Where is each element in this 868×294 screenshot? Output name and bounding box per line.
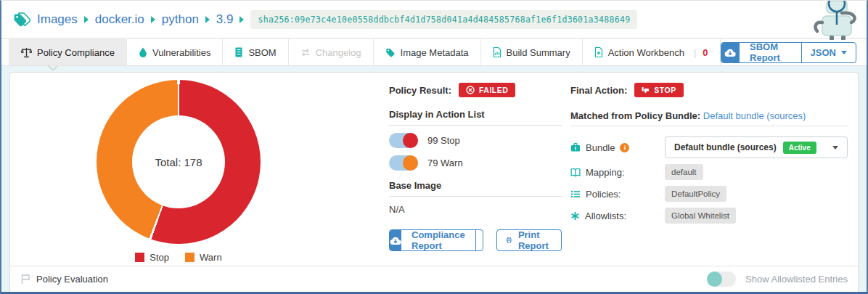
- compliance-report-button-group: Compliance Report JSON: [389, 229, 483, 251]
- final-action-row: Final Action: STOP: [570, 83, 848, 97]
- policy-compliance-card: Total: 178 Stop Warn Policy: [9, 72, 859, 293]
- legend-item-stop[interactable]: Stop: [135, 252, 169, 263]
- stop-toggle-row: 99 Stop: [389, 132, 562, 148]
- mapping-row: Mapping: default: [570, 164, 848, 180]
- header-actions: SBOM Report JSON: [721, 39, 867, 65]
- tab-action-workbench[interactable]: Action Workbench | 0: [583, 39, 721, 65]
- cloud-download-icon: [390, 236, 401, 245]
- mapping-label-group: Mapping:: [570, 167, 665, 178]
- bundle-label: Bundle: [586, 142, 615, 153]
- policies-value-badge: DefaultPolicy: [665, 186, 726, 202]
- allowlists-value-badge: Global Whitelist: [665, 208, 736, 224]
- tab-sbom[interactable]: SBOM: [223, 39, 288, 65]
- tag-icon: [385, 47, 396, 57]
- flag-icon: [20, 274, 30, 285]
- sbom-json-label: JSON: [811, 47, 836, 58]
- mapping-label: Mapping:: [586, 167, 624, 178]
- content-area: Total: 178 Stop Warn Policy: [1, 66, 867, 293]
- open-book-icon: [570, 168, 581, 177]
- tab-label: Action Workbench: [608, 47, 684, 58]
- breadcrumb-arrow-icon: [151, 16, 155, 23]
- warn-toggle[interactable]: [389, 155, 418, 171]
- matched-bundle-label: Matched from Policy Bundle:: [570, 110, 700, 121]
- cloud-download-icon: [724, 48, 736, 57]
- robot-mascot-icon: [811, 1, 859, 40]
- info-icon[interactable]: i: [620, 143, 629, 152]
- breadcrumb-tag[interactable]: 3.9: [216, 12, 234, 27]
- policy-evaluation-footer: Policy Evaluation Show Allowlisted Entri…: [20, 271, 848, 287]
- warn-toggle-row: 79 Warn: [389, 155, 562, 171]
- allowlists-row: Allowlists: Global Whitelist: [570, 208, 848, 224]
- app-window: Images docker.io python 3.9 sha256:09e73…: [0, 0, 868, 294]
- breadcrumb-arrow-icon: [239, 16, 244, 23]
- tab-vulnerabilities[interactable]: Vulnerabilities: [127, 39, 223, 65]
- sbom-json-dropdown[interactable]: JSON: [801, 43, 856, 62]
- circle-x-icon: [466, 86, 475, 94]
- action-list-title: Display in Action List: [389, 109, 562, 120]
- page-action-icon: [594, 47, 603, 57]
- tab-label: Build Summary: [507, 47, 570, 58]
- compliance-json-dropdown[interactable]: JSON: [475, 230, 483, 250]
- matched-bundle-link[interactable]: Default bundle (sources): [703, 110, 806, 121]
- print-report-label: Print Report: [518, 229, 552, 251]
- donut-chart[interactable]: Total: 178: [97, 80, 261, 244]
- tab-bar: Policy Compliance Vulnerabilities SBOM C…: [1, 38, 867, 66]
- policy-result-column: Policy Result: FAILED Display in Action …: [389, 83, 562, 251]
- breadcrumb-arrow-icon: [205, 16, 210, 23]
- image-digest-badge: sha256:09e73c4e10e0558ddbcbf4d1d758d041a…: [250, 10, 637, 29]
- print-report-button[interactable]: Print Report: [496, 229, 562, 251]
- compliance-report-button[interactable]: Compliance Report: [401, 230, 475, 250]
- chevron-down-icon: [832, 146, 838, 150]
- tags-icon: [12, 11, 30, 28]
- report-buttons-row: Compliance Report JSON Print Report: [389, 229, 562, 251]
- matched-bundle-row: Matched from Policy Bundle: Default bund…: [570, 110, 848, 122]
- final-action-label: Final Action:: [570, 85, 627, 96]
- show-allowlisted-label: Show Allowlisted Entries: [745, 274, 848, 285]
- download-cloud-button[interactable]: [390, 230, 401, 250]
- tab-image-metadata[interactable]: Image Metadata: [374, 39, 481, 65]
- sbom-list-icon: [234, 47, 243, 57]
- policy-result-label: Policy Result:: [389, 85, 451, 96]
- legend-item-warn[interactable]: Warn: [185, 252, 222, 263]
- policy-evaluation-title-group: Policy Evaluation: [20, 274, 108, 285]
- download-cloud-button[interactable]: [721, 43, 740, 62]
- breadcrumb-repo[interactable]: python: [162, 12, 199, 27]
- tab-count-divider: |: [694, 47, 696, 58]
- show-allowlisted-toggle-knob: [707, 271, 722, 287]
- asterisk-icon: [570, 211, 580, 221]
- bundle-select[interactable]: Default bundle (sources) Active: [665, 136, 848, 158]
- policies-row: Policies: DefaultPolicy: [570, 186, 848, 202]
- tab-build-summary[interactable]: Build Summary: [481, 39, 583, 65]
- breadcrumb-arrow-icon: [84, 16, 89, 23]
- allowlists-label-group: Allowlists:: [570, 211, 665, 221]
- policies-label-group: Policies:: [570, 189, 665, 200]
- document-chart-icon: [493, 47, 501, 57]
- stop-toggle-knob: [403, 133, 418, 148]
- bundle-row: Bundle i Default bundle (sources) Active: [570, 136, 848, 158]
- compliance-donut-section: Total: 178 Stop Warn: [97, 80, 261, 263]
- breadcrumb-registry[interactable]: docker.io: [95, 12, 144, 27]
- tab-policy-compliance[interactable]: Policy Compliance: [9, 39, 127, 65]
- footer-divider: [10, 266, 858, 266]
- legend-swatch-warn: [185, 253, 195, 262]
- stop-toggle-label: 99 Stop: [427, 135, 460, 146]
- legend-label: Warn: [200, 252, 222, 263]
- policies-label: Policies:: [586, 189, 621, 200]
- breadcrumb: Images docker.io python 3.9 sha256:09e73…: [12, 10, 637, 29]
- allowlists-label: Allowlists:: [585, 211, 626, 221]
- tab-label: Image Metadata: [401, 47, 469, 58]
- tab-changelog: Changelog: [289, 39, 374, 65]
- active-tab-notch-icon: [48, 65, 58, 71]
- show-allowlisted-toggle[interactable]: [707, 271, 736, 287]
- breadcrumb-images[interactable]: Images: [37, 12, 78, 27]
- tab-label: SBOM: [248, 47, 276, 58]
- list-icon: [570, 189, 581, 199]
- chevron-down-icon: [841, 51, 847, 54]
- bundle-label-group: Bundle i: [570, 142, 665, 153]
- tab-label: Changelog: [316, 47, 361, 58]
- base-image-title: Base Image: [389, 180, 562, 191]
- sbom-report-button[interactable]: SBOM Report: [740, 43, 801, 62]
- warn-toggle-label: 79 Warn: [427, 158, 463, 168]
- printer-icon: [506, 235, 512, 245]
- stop-toggle[interactable]: [389, 133, 418, 148]
